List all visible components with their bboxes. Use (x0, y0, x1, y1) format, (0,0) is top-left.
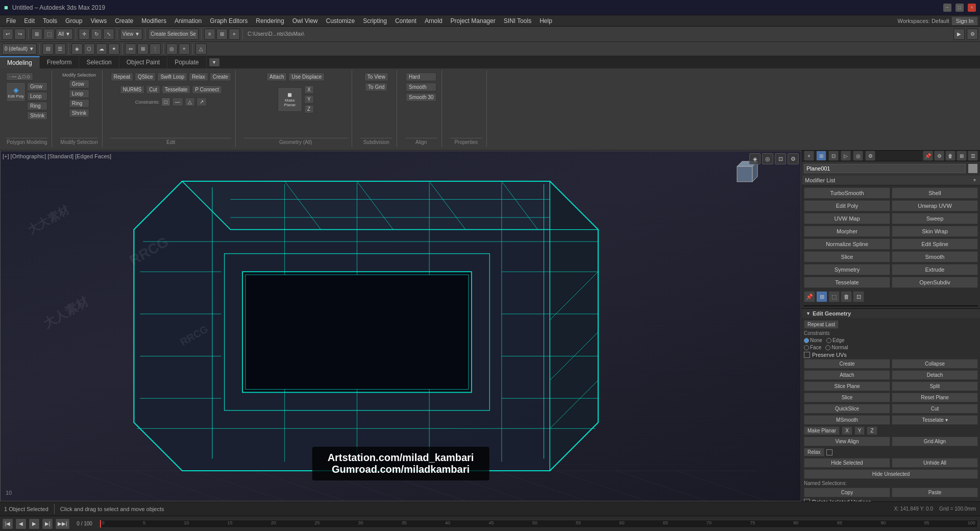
slice-plane-btn[interactable]: Slice Plane (804, 381, 890, 391)
turbosmooth-quick-btn[interactable]: TurboSmooth (804, 187, 890, 199)
settings-icon-right[interactable]: ⚙ (934, 151, 944, 161)
repeat-btn[interactable]: Repeat (111, 73, 133, 81)
menu-group[interactable]: Group (61, 16, 86, 26)
edit-poly-subobject-btn[interactable]: · — △ □ ◇ (6, 73, 33, 81)
rotate-tool[interactable]: ↻ (91, 29, 102, 40)
collapse-btn[interactable]: Collapse (892, 359, 978, 369)
menu-graph-editors[interactable]: Graph Editors (206, 16, 252, 26)
symmetry-quick-btn[interactable]: Symmetry (804, 264, 890, 275)
menu-scripting[interactable]: Scripting (359, 16, 391, 26)
reset-plane-btn[interactable]: Reset Plane (892, 393, 978, 402)
effects-button[interactable]: ✦ (108, 43, 119, 55)
tesselate-quick-btn[interactable]: Tesselate (804, 277, 890, 288)
make-planar-btn[interactable]: ◼ MakePlanar (278, 87, 302, 112)
layer-manager[interactable]: ☰ (55, 43, 66, 55)
cp-motion-icon[interactable]: ▷ (841, 151, 851, 161)
timeline-prev-btn[interactable]: ◀ (15, 518, 27, 529)
graph-view-button[interactable]: △ (195, 43, 207, 55)
stack-select-btn[interactable]: ⊞ (816, 291, 827, 302)
tab-selection[interactable]: Selection (79, 56, 119, 68)
nurms-btn[interactable]: NURMS (120, 85, 145, 94)
radio-none[interactable]: None (804, 337, 822, 343)
material-editor[interactable]: ◈ (71, 43, 83, 55)
render-settings-button[interactable]: ⚙ (967, 29, 978, 40)
cp-hierarchy-icon[interactable]: ⊡ (828, 151, 839, 161)
smooth-30-btn[interactable]: Smooth 30 (406, 93, 436, 102)
ring-btn[interactable]: Ring (27, 102, 47, 110)
select-object-button[interactable]: ⊞ (31, 29, 42, 40)
copy-btn[interactable]: Copy (804, 488, 890, 497)
cut-btn[interactable]: Cut (146, 85, 160, 94)
move-tool[interactable]: ✛ (79, 29, 90, 40)
viewport-quality-btn[interactable]: ◎ (762, 153, 773, 164)
stack-remove-btn[interactable]: ⬚ (828, 291, 840, 302)
y-btn[interactable]: Y (854, 426, 865, 435)
cp-display-icon[interactable]: ◎ (853, 151, 863, 161)
quickslice-btn[interactable]: QuickSlice (804, 404, 890, 414)
undo-button[interactable]: ↩ (2, 29, 13, 40)
timeline-next-btn[interactable]: ▶| (42, 518, 53, 529)
menu-sini-tools[interactable]: SINI Tools (500, 16, 535, 26)
swift-loop-btn[interactable]: Swift Loop (157, 73, 187, 81)
z-btn[interactable]: Z (867, 426, 877, 435)
scale-tool[interactable]: ⤡ (103, 29, 114, 40)
menu-create[interactable]: Create (111, 16, 137, 26)
grid-align-btn[interactable]: Grid Align (892, 437, 978, 446)
extrude-quick-btn[interactable]: Extrude (892, 264, 978, 275)
attach-panel-btn[interactable]: Attach (804, 370, 890, 380)
qslice-btn[interactable]: QSlice (135, 73, 156, 81)
constraint-edge[interactable]: — (172, 98, 183, 106)
list-icon[interactable]: ☰ (968, 151, 978, 161)
menu-edit[interactable]: Edit (20, 16, 39, 26)
morpher-btn[interactable]: Morpher (804, 226, 890, 237)
tab-modeling[interactable]: Modeling (0, 56, 40, 68)
edit-geometry-title-bar[interactable]: ▼ Edit Geometry (802, 309, 980, 318)
create-geo-btn-panel[interactable]: Create (804, 359, 890, 369)
unhide-all-btn[interactable]: Unhide All (892, 458, 978, 468)
cp-create-icon[interactable]: + (804, 151, 814, 161)
smooth-quick-btn[interactable]: Smooth (892, 251, 978, 262)
shell-quick-btn[interactable]: Shell (892, 187, 978, 199)
p-connect-btn[interactable]: P Connect (192, 85, 222, 94)
menu-modifiers[interactable]: Modifiers (137, 16, 170, 26)
x-axis-btn[interactable]: X (304, 85, 314, 94)
stack-options-btn[interactable]: ⊡ (853, 291, 864, 302)
tab-object-paint[interactable]: Object Paint (119, 56, 167, 68)
make-planar-panel-btn[interactable]: Make Planar (804, 426, 840, 435)
slice-btn[interactable]: Slice (804, 393, 890, 402)
hide-selected-btn[interactable]: Hide Selected (804, 458, 890, 468)
helper-button[interactable]: + (179, 43, 190, 55)
timeline-end-btn[interactable]: ▶▶| (55, 518, 70, 529)
isolate-button[interactable]: ◎ (166, 43, 178, 55)
ms-loop[interactable]: Loop (69, 89, 89, 98)
menu-arnold[interactable]: Arnold (421, 16, 447, 26)
timeline-play-btn[interactable]: ▶ (29, 518, 40, 529)
cp-modify-icon[interactable]: ⊞ (816, 151, 826, 161)
tab-freeform[interactable]: Freeform (40, 56, 80, 68)
menu-tools[interactable]: Tools (39, 16, 61, 26)
filter-dropdown[interactable]: All ▼ (56, 29, 73, 40)
object-color-swatch[interactable] (968, 163, 978, 174)
relax-cb[interactable] (826, 449, 832, 455)
stack-pin-btn[interactable]: 📌 (804, 291, 815, 302)
snap-button[interactable]: ⌖ (229, 29, 240, 40)
use-displace-btn[interactable]: Use Displace (288, 73, 325, 81)
sign-in-button[interactable]: Sign In (951, 16, 978, 26)
opensubdiv-btn[interactable]: OpenSubdiv (892, 277, 978, 288)
scene-explorer[interactable]: ⊟ (42, 43, 54, 55)
paste-btn[interactable]: Paste (892, 488, 978, 497)
to-view-btn[interactable]: To View (364, 73, 388, 81)
timeline-track[interactable]: 0510152025303540455055606570758085909510… (100, 520, 978, 528)
pin-icon[interactable]: 📌 (923, 151, 933, 161)
shading-mode-btn[interactable]: ◈ (749, 153, 761, 164)
delete-isolated-cb[interactable] (804, 499, 810, 501)
tab-populate[interactable]: Populate (167, 56, 206, 68)
radio-normal[interactable]: Normal (825, 345, 848, 350)
relax-btn[interactable]: Relax (189, 73, 208, 81)
mirror-button[interactable]: ⇔ (125, 43, 136, 55)
layer-dropdown[interactable]: 0 (default) ▼ (2, 43, 37, 55)
map-button[interactable]: ⬡ (84, 43, 95, 55)
grid-button[interactable]: ⊞ (216, 29, 228, 40)
detach-btn[interactable]: Detach (892, 370, 978, 380)
unwrap-uvw-btn[interactable]: Unwrap UVW (892, 200, 978, 211)
